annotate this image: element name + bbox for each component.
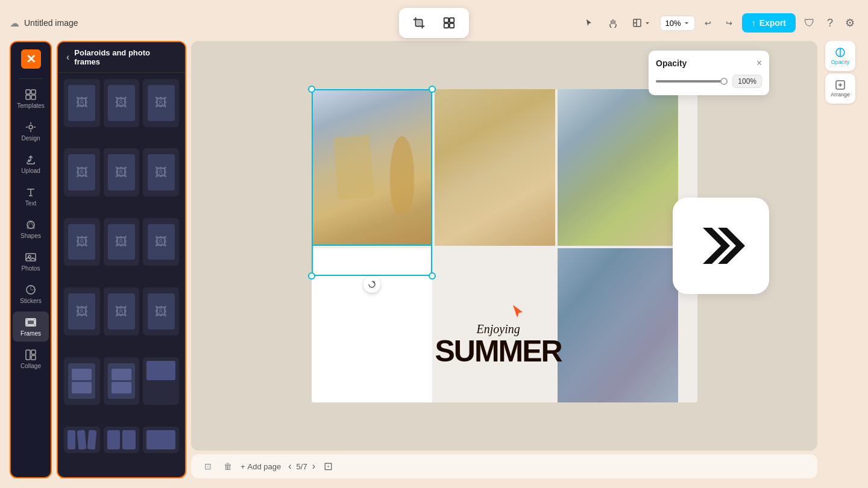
frame-item-14[interactable] [104, 357, 140, 405]
sidebar-item-stickers[interactable]: Stickers [13, 279, 49, 309]
sidebar-label-upload: Upload [21, 167, 40, 174]
bottom-delete-button[interactable]: 🗑 [220, 458, 236, 475]
svg-rect-0 [417, 20, 421, 25]
svg-rect-2 [450, 18, 454, 22]
panel-header: ‹ Polaroids and photo frames [58, 42, 185, 73]
frame-item-3[interactable]: 🖼 [143, 79, 179, 127]
frame-item-6[interactable]: 🖼 [143, 148, 179, 196]
opacity-slider[interactable] [656, 80, 728, 83]
rotate-handle[interactable] [363, 276, 380, 293]
add-page-label: Add page [248, 462, 281, 471]
collage-cell-6[interactable] [558, 248, 678, 402]
opacity-panel: Opacity × 100% [649, 51, 769, 95]
svg-rect-1 [444, 18, 448, 22]
frame-item-12[interactable]: 🖼 [143, 287, 179, 336]
panel-back-button[interactable]: ‹ [66, 52, 69, 63]
svg-point-11 [28, 160, 30, 162]
sidebar-item-shapes[interactable]: Shapes [13, 214, 49, 244]
zoom-select[interactable]: 10% [660, 16, 695, 31]
sidebar-item-frames[interactable]: Frames [13, 311, 49, 342]
main-content: ✕ Templates Design Upl [10, 41, 858, 478]
sidebar-divider-1 [19, 78, 43, 79]
svg-rect-6 [26, 90, 30, 94]
sidebar-label-photos: Photos [21, 265, 40, 272]
opacity-value[interactable]: 100% [732, 75, 762, 88]
next-page-button[interactable]: › [312, 461, 315, 472]
collage-cell-3[interactable] [558, 89, 678, 246]
frame-item-1[interactable]: 🖼 [64, 79, 100, 127]
zoom-value: 10% [665, 19, 681, 28]
bottom-duplicate-button[interactable]: ⊡ [201, 458, 215, 475]
sidebar-item-templates[interactable]: Templates [13, 84, 49, 114]
page-counter: 5/7 [297, 462, 307, 471]
collage-cell-text [435, 248, 555, 402]
frame-item-2[interactable]: 🖼 [104, 79, 140, 127]
sidebar-label-design: Design [21, 135, 40, 142]
frame-item-9[interactable]: 🖼 [143, 218, 179, 266]
opacity-slider-thumb[interactable] [720, 78, 728, 85]
redo-button[interactable]: ↪ [721, 15, 737, 31]
svg-rect-18 [26, 350, 30, 360]
sidebar-item-upload[interactable]: Upload [13, 149, 49, 179]
export-button[interactable]: ↑ Export [742, 13, 796, 33]
bottom-bar: ⊡ 🗑 + Add page ‹ 5/7 › ⊡ [191, 454, 817, 478]
select-tool-button[interactable] [579, 14, 599, 31]
frame-item-17[interactable] [104, 427, 140, 453]
canvas-wrapper: Enjoying SUMMER [191, 41, 817, 478]
collage-container: Enjoying SUMMER [312, 89, 697, 402]
sidebar-label-text: Text [25, 200, 36, 207]
settings-icon-btn[interactable]: ⚙ [841, 13, 858, 33]
frame-item-13[interactable] [64, 357, 100, 405]
frame-item-8[interactable]: 🖼 [104, 218, 140, 266]
sidebar-label-templates: Templates [17, 102, 45, 109]
frames-panel: ‹ Polaroids and photo frames 🖼 🖼 [57, 41, 186, 478]
opacity-close-button[interactable]: × [756, 58, 762, 69]
crop-button[interactable] [409, 13, 429, 33]
frame-item-7[interactable]: 🖼 [64, 218, 100, 266]
opacity-panel-header: Opacity × [656, 58, 762, 69]
top-bar-right: 10% ↩ ↪ ↑ Export 🛡 ? ⚙ [579, 13, 858, 33]
sidebar-item-text[interactable]: Text [13, 181, 49, 211]
frame-item-10[interactable]: 🖼 [64, 287, 100, 336]
help-icon-btn[interactable]: ? [823, 13, 837, 33]
hand-tool-button[interactable] [603, 14, 623, 31]
sidebar-item-design[interactable]: Design [13, 116, 49, 146]
layout-button[interactable] [627, 14, 655, 31]
frame-item-4[interactable]: 🖼 [64, 148, 100, 196]
sidebar-item-collage[interactable]: Collage [13, 344, 49, 374]
shield-icon-btn[interactable]: 🛡 [800, 13, 819, 33]
opacity-panel-btn[interactable]: Opacity [825, 41, 855, 71]
frame-item-18[interactable] [143, 427, 179, 453]
bottom-bar-left: ⊡ 🗑 + Add page [201, 458, 281, 475]
frame-item-5[interactable]: 🖼 [104, 148, 140, 196]
collage-cell-2[interactable] [435, 89, 555, 246]
add-page-icon: + [241, 462, 245, 471]
svg-point-12 [27, 221, 34, 228]
sidebar-item-photos[interactable]: Photos [13, 246, 49, 277]
expand-button[interactable]: ⊡ [320, 456, 336, 477]
frame-item-16[interactable] [64, 427, 100, 453]
arrange-panel-btn[interactable]: Arrange [825, 74, 855, 104]
svg-rect-19 [31, 350, 36, 354]
opacity-slider-fill [656, 80, 728, 83]
svg-rect-17 [27, 320, 34, 325]
collage-cell-1[interactable] [312, 89, 432, 246]
crop-toolbar [399, 8, 469, 38]
undo-button[interactable]: ↩ [700, 15, 716, 31]
canvas-main[interactable]: Enjoying SUMMER [191, 41, 817, 451]
frame-item-11[interactable]: 🖼 [104, 287, 140, 336]
document-title: Untitled image [24, 18, 78, 28]
sidebar-label-frames: Frames [20, 330, 41, 337]
add-page-button[interactable]: + Add page [241, 462, 281, 471]
bottom-bar-right: ‹ 5/7 › ⊡ [288, 456, 336, 477]
grid-crop-button[interactable] [439, 13, 459, 33]
panel-grid: 🖼 🖼 🖼 🖼 [58, 73, 185, 477]
svg-rect-7 [31, 90, 36, 94]
svg-point-10 [29, 125, 33, 129]
svg-rect-4 [450, 23, 454, 28]
sidebar-label-collage: Collage [20, 363, 41, 369]
opacity-title: Opacity [656, 58, 687, 68]
collage-cell-4[interactable] [312, 248, 432, 402]
prev-page-button[interactable]: ‹ [288, 461, 291, 472]
frame-item-15[interactable] [143, 357, 179, 405]
